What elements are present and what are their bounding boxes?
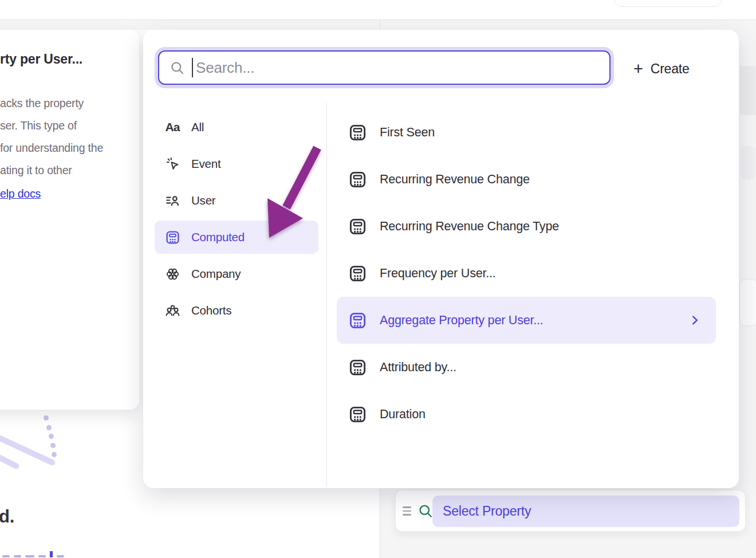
category-label: Company [191, 267, 241, 281]
create-button-label: Create [651, 61, 690, 77]
tooltip-line: acks the property [0, 92, 139, 115]
help-docs-link[interactable]: elp docs [0, 183, 41, 205]
select-property-button[interactable]: Select Property [432, 496, 739, 527]
clipped-background-text: d. [0, 506, 14, 527]
calculator-icon [348, 264, 367, 283]
property-aggregate-property-per-user[interactable]: Aggregate Property per User... [337, 297, 716, 344]
modal-divider [326, 103, 327, 487]
property-frequency-per-user[interactable]: Frequency per User... [337, 250, 716, 297]
property-label: Duration [380, 407, 426, 422]
property-selector-bar: Select Property [395, 490, 746, 532]
category-label: Computed [191, 230, 245, 244]
annotation-arrow [258, 143, 326, 246]
decorative-dot [49, 434, 54, 439]
property-label: Recurring Revenue Change [380, 172, 530, 187]
property-picker-modal: + Create Aa All Event User Computed Comp… [143, 30, 739, 488]
background-fragment [739, 279, 756, 326]
select-property-label: Select Property [443, 504, 531, 519]
property-list: First Seen Recurring Revenue Change Recu… [337, 109, 716, 438]
property-recurring-revenue-change-type[interactable]: Recurring Revenue Change Type [337, 203, 716, 250]
property-label: Frequency per User... [380, 266, 496, 281]
user-list-icon [164, 192, 181, 209]
property-search-icon [418, 503, 434, 519]
property-duration[interactable]: Duration [337, 391, 716, 438]
tooltip-line: for understanding the [0, 137, 139, 159]
tooltip-line: ser. This type of [0, 115, 139, 137]
create-button[interactable]: + Create [633, 57, 690, 80]
search-input[interactable] [195, 58, 599, 77]
category-cohorts[interactable]: Cohorts [155, 294, 318, 327]
drag-handle-icon[interactable] [403, 506, 411, 518]
plus-icon: + [633, 61, 643, 77]
property-recurring-revenue-change[interactable]: Recurring Revenue Change [337, 156, 716, 203]
property-label: Aggregate Property per User... [380, 313, 544, 328]
property-attributed-by[interactable]: Attributed by... [337, 344, 716, 391]
chevron-right-icon [688, 314, 701, 327]
calculator-icon [348, 358, 367, 377]
calculator-icon [348, 311, 367, 330]
property-label: Recurring Revenue Change Type [380, 219, 559, 234]
decorative-dot [46, 425, 52, 430]
search-icon [170, 60, 185, 76]
company-flower-icon [164, 265, 181, 282]
category-label: Event [191, 157, 220, 171]
decorative-dot [50, 443, 56, 448]
tooltip-title: rty per User... [0, 52, 139, 67]
property-label: First Seen [380, 125, 435, 140]
calculator-icon [348, 217, 367, 236]
category-label: All [191, 120, 204, 134]
search-field[interactable] [158, 50, 611, 85]
property-first-seen[interactable]: First Seen [337, 109, 716, 156]
category-label: User [191, 194, 215, 207]
tooltip-line: ating it to other [0, 159, 139, 182]
cohorts-people-icon [164, 302, 181, 319]
event-click-icon [164, 155, 181, 172]
tooltip-body: acks the property ser. This type of for … [0, 92, 139, 205]
text-format-icon: Aa [164, 119, 181, 136]
text-cursor [192, 58, 193, 77]
calculator-icon [348, 405, 367, 424]
decorative-dot [44, 415, 49, 421]
calculator-icon [348, 123, 367, 142]
category-all[interactable]: Aa All [155, 111, 318, 144]
calculator-icon [164, 229, 181, 246]
property-tooltip-card: rty per User... acks the property ser. T… [0, 30, 139, 410]
decorative-dot [52, 452, 57, 457]
category-label: Cohorts [191, 304, 231, 317]
calculator-icon [348, 170, 367, 189]
clipped-link-fragment [2, 551, 64, 557]
category-company[interactable]: Company [155, 257, 318, 290]
background-fragment [741, 146, 755, 179]
background-pill-fragment [614, 0, 722, 7]
property-label: Attributed by... [380, 360, 456, 375]
background-fragment [740, 66, 756, 115]
